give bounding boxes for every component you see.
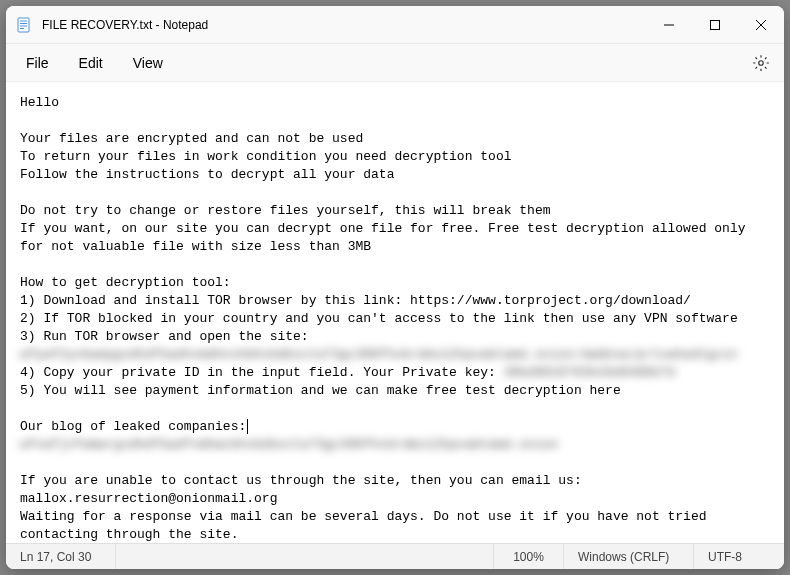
- redacted-url: wfywf2yvbwepgvdhdfbadhvmdhnvhbhvbdbscta7…: [20, 347, 738, 362]
- text-line: mallox.resurrection@onionmail.org: [20, 491, 277, 506]
- menu-view[interactable]: View: [121, 49, 175, 77]
- menu-edit[interactable]: Edit: [67, 49, 115, 77]
- status-encoding: UTF-8: [694, 544, 784, 569]
- text-line: 4) Copy your private ID in the input fie…: [20, 365, 504, 380]
- text-editor[interactable]: Hello Your files are encrypted and can n…: [6, 82, 784, 543]
- text-line: 5) You will see payment information and …: [20, 383, 621, 398]
- text-line: 1) Download and install TOR browser by t…: [20, 293, 691, 308]
- svg-point-9: [759, 60, 764, 65]
- menubar: File Edit View: [6, 44, 784, 82]
- text-line: Hello: [20, 95, 59, 110]
- text-line: Our blog of leaked companies:: [20, 419, 246, 434]
- notepad-window: FILE RECOVERY.txt - Notepad File Edit Vi…: [6, 6, 784, 569]
- text-caret: [247, 419, 248, 434]
- status-line-ending: Windows (CRLF): [564, 544, 694, 569]
- menu-file[interactable]: File: [14, 49, 61, 77]
- statusbar: Ln 17, Col 30 100% Windows (CRLF) UTF-8: [6, 543, 784, 569]
- settings-button[interactable]: [746, 48, 776, 78]
- titlebar: FILE RECOVERY.txt - Notepad: [6, 6, 784, 44]
- notepad-icon: [16, 17, 32, 33]
- text-line: 3) Run TOR browser and open the site:: [20, 329, 309, 344]
- redacted-key: 38bd8818783b18d8488b7d: [504, 365, 676, 380]
- svg-rect-0: [18, 18, 29, 32]
- text-line: Waiting for a response via mail can be s…: [20, 509, 714, 542]
- window-controls: [646, 6, 784, 43]
- status-position: Ln 17, Col 30: [6, 544, 116, 569]
- text-line: If you are unable to contact us through …: [20, 473, 582, 488]
- maximize-button[interactable]: [692, 6, 738, 43]
- text-line: Do not try to change or restore files yo…: [20, 203, 551, 218]
- window-title: FILE RECOVERY.txt - Notepad: [42, 18, 646, 32]
- text-line: To return your files in work condition y…: [20, 149, 511, 164]
- text-line: Follow the instructions to decrypt all y…: [20, 167, 394, 182]
- text-line: If you want, on our site you can decrypt…: [20, 221, 753, 254]
- minimize-button[interactable]: [646, 6, 692, 43]
- text-line: How to get decryption tool:: [20, 275, 231, 290]
- text-line: 2) If TOR blocked in your country and yo…: [20, 311, 738, 326]
- text-line: Your files are encrypted and can not be …: [20, 131, 363, 146]
- svg-rect-6: [711, 20, 720, 29]
- close-button[interactable]: [738, 6, 784, 43]
- redacted-blog-url: wfvwfjvfwmwrgvdhdfbadfvmhwcbhvbdbscta73g…: [20, 437, 558, 452]
- status-zoom[interactable]: 100%: [494, 544, 564, 569]
